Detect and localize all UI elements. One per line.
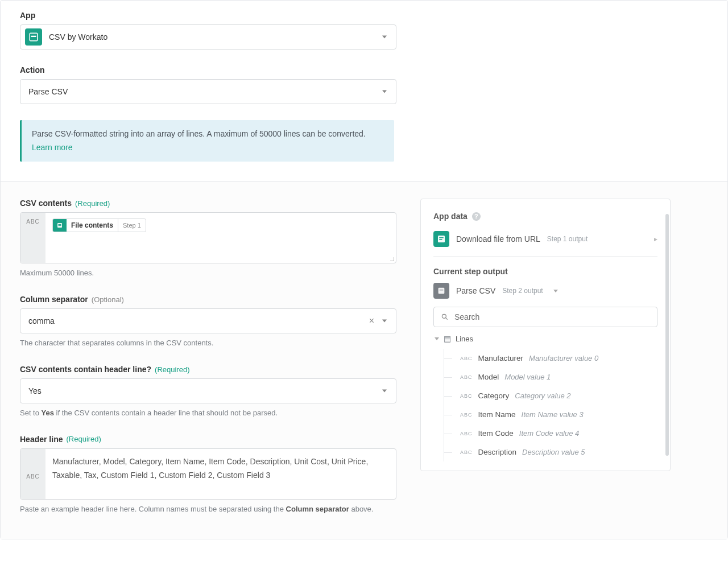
field-name: Category xyxy=(478,391,510,400)
has-header-select[interactable]: Yes xyxy=(20,378,396,403)
svg-rect-6 xyxy=(439,237,444,238)
field-name: Description xyxy=(478,448,517,456)
abc-type-icon: ABC xyxy=(460,393,473,399)
abc-type-icon: ABC xyxy=(460,356,473,361)
action-select[interactable]: Parse CSV xyxy=(20,79,396,104)
svg-line-11 xyxy=(446,318,448,320)
svg-point-10 xyxy=(442,315,446,319)
learn-more-link[interactable]: Learn more xyxy=(32,142,73,154)
clear-icon[interactable]: × xyxy=(369,316,374,326)
svg-rect-3 xyxy=(59,224,61,225)
csv-contents-label: CSV contents xyxy=(20,199,72,208)
lines-node[interactable]: ▤ Lines xyxy=(433,334,657,343)
chevron-down-icon xyxy=(382,390,387,393)
scrollbar[interactable] xyxy=(665,214,669,456)
app-data-title: App data xyxy=(433,212,468,221)
field-sample-value: Description value 5 xyxy=(522,448,585,456)
chevron-down-icon xyxy=(553,290,558,292)
list-icon: ▤ xyxy=(444,334,451,343)
output-field-row[interactable]: ABCManufacturerManufacturer value 0 xyxy=(444,349,657,368)
abc-type-icon: ABC xyxy=(460,412,473,418)
abc-type-icon: ABC xyxy=(460,431,473,436)
current-step-title: Current step output xyxy=(433,267,657,276)
action-label: Action xyxy=(20,65,396,75)
caret-down-icon xyxy=(435,337,439,340)
parse-name: Parse CSV xyxy=(456,286,495,295)
download-name: Download file from URL xyxy=(456,234,540,244)
field-sample-value: Item Code value 4 xyxy=(519,429,580,438)
output-field-row[interactable]: ABCItem CodeItem Code value 4 xyxy=(444,424,657,443)
output-field-row[interactable]: ABCModelModel value 1 xyxy=(444,368,657,386)
csv-app-icon xyxy=(25,28,42,46)
column-separator-select[interactable]: comma × xyxy=(20,308,396,333)
header-line-label: Header line xyxy=(20,435,63,444)
svg-rect-7 xyxy=(439,239,442,240)
output-field-row[interactable]: ABCDescriptionDescription value 5 xyxy=(444,443,657,461)
output-panel: App data ? Download file from URL Step 1… xyxy=(420,199,671,471)
info-text: Parse CSV-formatted string into an array… xyxy=(32,129,366,138)
pill-source-icon xyxy=(53,219,67,232)
parse-step: Step 2 output xyxy=(502,287,543,295)
download-step: Step 1 output xyxy=(547,235,588,243)
abc-type-icon: ABC xyxy=(20,213,46,263)
svg-rect-1 xyxy=(31,36,36,37)
output-field-row[interactable]: ABCCategoryCategory value 2 xyxy=(444,386,657,405)
output-search-input[interactable] xyxy=(454,312,650,321)
app-label: App xyxy=(20,11,396,20)
has-header-value: Yes xyxy=(28,386,42,395)
field-name: Item Name xyxy=(478,410,516,419)
abc-type-icon: ABC xyxy=(20,449,46,499)
header-line-hint: Paste an example header line here. Colum… xyxy=(20,504,396,515)
required-tag: (Required) xyxy=(155,365,189,374)
resize-handle-icon[interactable] xyxy=(388,255,395,262)
help-icon[interactable]: ? xyxy=(472,212,481,221)
chevron-down-icon xyxy=(382,320,387,323)
current-step-row[interactable]: Parse CSV Step 2 output xyxy=(433,283,657,299)
required-tag: (Required) xyxy=(66,435,101,443)
pill-step: Step 1 xyxy=(118,219,146,232)
svg-rect-8 xyxy=(439,288,445,294)
abc-type-icon: ABC xyxy=(460,374,473,380)
csv-contents-input[interactable]: ABC File contents Step 1 xyxy=(20,212,396,263)
lines-label: Lines xyxy=(456,335,473,343)
required-tag: (Required) xyxy=(75,199,110,208)
column-separator-hint: The character that separates columns in … xyxy=(20,338,396,349)
file-contents-pill[interactable]: File contents Step 1 xyxy=(52,218,146,232)
abc-type-icon: ABC xyxy=(460,450,473,455)
field-name: Manufacturer xyxy=(478,354,524,362)
app-select-value: CSV by Workato xyxy=(49,32,107,42)
field-name: Item Code xyxy=(478,429,514,438)
field-sample-value: Model value 1 xyxy=(504,373,551,381)
has-header-label: CSV contents contain header line? xyxy=(20,365,151,374)
info-callout: Parse CSV-formatted string into an array… xyxy=(20,120,394,162)
csv-contents-hint: Maximum 50000 lines. xyxy=(20,268,396,279)
field-name: Model xyxy=(478,373,499,381)
svg-rect-4 xyxy=(59,225,61,226)
header-line-value: Manufacturer, Model, Category, Item Name… xyxy=(46,449,396,499)
has-header-hint: Set to Yes if the CSV contents contain a… xyxy=(20,408,396,419)
field-sample-value: Item Name value 3 xyxy=(522,410,584,419)
header-line-input[interactable]: ABC Manufacturer, Model, Category, Item … xyxy=(20,448,396,500)
chevron-down-icon xyxy=(382,36,387,39)
column-separator-value: comma xyxy=(28,316,55,325)
pill-name: File contents xyxy=(67,220,118,232)
output-field-row[interactable]: ABCItem NameItem Name value 3 xyxy=(444,405,657,424)
chevron-right-icon: ▸ xyxy=(654,235,657,243)
search-icon xyxy=(441,313,449,321)
action-select-value: Parse CSV xyxy=(28,87,68,96)
download-source-icon xyxy=(433,231,449,247)
field-sample-value: Category value 2 xyxy=(515,391,570,400)
svg-rect-9 xyxy=(440,290,444,290)
optional-tag: (Optional) xyxy=(92,295,124,304)
chevron-down-icon xyxy=(382,90,387,93)
column-separator-label: Column separator xyxy=(20,295,88,304)
app-data-step-row[interactable]: Download file from URL Step 1 output ▸ xyxy=(433,229,657,257)
field-sample-value: Manufacturer value 0 xyxy=(529,354,598,362)
output-search[interactable] xyxy=(433,307,657,327)
app-select[interactable]: CSV by Workato xyxy=(20,24,396,50)
parse-csv-icon xyxy=(433,283,449,299)
